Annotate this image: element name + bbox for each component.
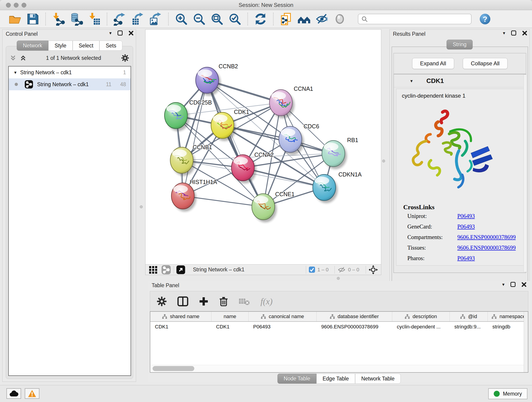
- table-cell[interactable]: P06493: [249, 322, 317, 332]
- fit-crosshair-icon[interactable]: [369, 265, 378, 274]
- add-column-plus-icon[interactable]: [199, 296, 209, 306]
- column-header-name[interactable]: name: [211, 312, 249, 321]
- network-node-HIST1H1A[interactable]: [171, 183, 196, 211]
- column-header-id[interactable]: @id: [450, 312, 488, 321]
- table-cell[interactable]: CDK1: [150, 322, 211, 332]
- tab-sets[interactable]: Sets: [99, 41, 122, 51]
- network-node-CDC25B[interactable]: [165, 102, 190, 131]
- float-panel-button[interactable]: [118, 31, 123, 36]
- export-view-icon[interactable]: [177, 265, 185, 274]
- hide-selected-button[interactable]: [315, 12, 329, 26]
- column-header-namespace[interactable]: namespace: [488, 312, 528, 321]
- collapse-panel-button[interactable]: ▾: [109, 31, 112, 35]
- close-panel-button[interactable]: [521, 282, 526, 287]
- tab-network[interactable]: Network: [17, 41, 48, 51]
- column-header-sharedname[interactable]: shared name: [150, 312, 211, 321]
- network-node-CDKN1A[interactable]: [313, 174, 338, 203]
- hscroll-thumb[interactable]: [152, 366, 194, 371]
- network-node-CDK1[interactable]: [211, 112, 236, 141]
- save-session-button[interactable]: [26, 12, 40, 26]
- gear-icon[interactable]: [121, 54, 129, 62]
- crosslink-link[interactable]: 9606.ENSP00000378699: [457, 234, 516, 240]
- close-panel-button[interactable]: [522, 31, 527, 36]
- results-scrollbar[interactable]: [524, 75, 527, 272]
- duplicate-network-button[interactable]: [279, 12, 293, 26]
- network-edge[interactable]: [207, 80, 263, 207]
- left-splitter-handle[interactable]: [140, 205, 143, 208]
- collapse-all-button[interactable]: Collapse All: [463, 58, 507, 69]
- search-input[interactable]: [370, 16, 471, 22]
- gene-collapse-icon[interactable]: ▾: [410, 79, 413, 83]
- float-panel-button[interactable]: [510, 282, 515, 287]
- open-folder-icon: [8, 12, 22, 26]
- table-settings-gear-icon[interactable]: [157, 296, 167, 307]
- help-button[interactable]: ?: [478, 12, 492, 26]
- zoom-in-button[interactable]: [174, 12, 188, 26]
- zoom-fit-button[interactable]: [210, 12, 224, 26]
- grid-view-icon[interactable]: [149, 265, 158, 274]
- bottom-splitter-handle[interactable]: [337, 277, 340, 280]
- collection-expand-icon[interactable]: ▾: [14, 70, 17, 75]
- delete-trash-icon[interactable]: [219, 296, 228, 307]
- import-network-button[interactable]: [51, 12, 65, 26]
- cloud-status-button[interactable]: [6, 388, 21, 399]
- crosslink-link[interactable]: P06493: [457, 213, 475, 219]
- tab-select[interactable]: Select: [73, 41, 100, 51]
- tab-style[interactable]: Style: [48, 41, 72, 51]
- table-cell[interactable]: stringdb:9...: [450, 322, 488, 332]
- network-collection-row[interactable]: ▾ String Network – cdk1 1: [9, 66, 131, 78]
- show-all-button[interactable]: [333, 12, 347, 26]
- function-builder-button[interactable]: f(x): [260, 296, 273, 306]
- zoom-out-button[interactable]: [192, 12, 206, 26]
- zoom-selected-button[interactable]: [228, 12, 242, 26]
- open-session-button[interactable]: [8, 12, 22, 26]
- table-vscrollbar[interactable]: [524, 312, 528, 372]
- tab-network-table[interactable]: Network Table: [355, 374, 401, 384]
- float-panel-button[interactable]: [511, 31, 516, 36]
- search-field[interactable]: [358, 14, 472, 24]
- right-splitter-handle[interactable]: [382, 160, 385, 162]
- table-cell[interactable]: CDK1: [211, 322, 249, 332]
- column-header-description[interactable]: description: [392, 312, 450, 321]
- selected-checkbox-icon[interactable]: [309, 267, 315, 273]
- collapse-panel-button[interactable]: ▾: [502, 282, 505, 287]
- share-view-icon[interactable]: [162, 265, 171, 274]
- table-cell[interactable]: 9606.ENSP00000378699: [317, 322, 392, 332]
- tab-edge-table[interactable]: Edge Table: [317, 374, 355, 384]
- crosslink-link[interactable]: P06493: [457, 255, 475, 261]
- network-node-CDC6[interactable]: [279, 126, 304, 155]
- network-node-CCNE1[interactable]: [252, 194, 277, 222]
- export-table-button[interactable]: [131, 12, 145, 26]
- network-node-CCNA2[interactable]: [231, 155, 256, 183]
- network-node-RB1[interactable]: [322, 140, 347, 169]
- table-hscrollbar[interactable]: [151, 365, 524, 372]
- crosslink-link[interactable]: 9606.ENSP00000378699: [457, 245, 516, 251]
- column-header-databaseidentifier[interactable]: database identifier: [317, 312, 392, 321]
- network-edge[interactable]: [222, 125, 333, 153]
- import-database-button[interactable]: [69, 12, 83, 26]
- crosslink-link[interactable]: P06493: [457, 223, 475, 230]
- expand-all-icon[interactable]: [20, 55, 26, 61]
- table-cell[interactable]: cyclin-dependent ...: [392, 322, 450, 332]
- network-node-CCNA1[interactable]: [269, 89, 294, 118]
- column-header-canonicalname[interactable]: canonical name: [249, 312, 317, 321]
- show-columns-icon[interactable]: [177, 296, 189, 306]
- expand-all-button[interactable]: Expand All: [412, 58, 454, 69]
- export-network-button[interactable]: [113, 12, 127, 26]
- tab-string[interactable]: String: [447, 40, 473, 50]
- tab-node-table[interactable]: Node Table: [278, 374, 317, 384]
- close-panel-button[interactable]: [128, 31, 133, 36]
- first-neighbors-button[interactable]: [297, 12, 311, 26]
- import-table-button[interactable]: [87, 12, 101, 26]
- network-canvas[interactable]: CCNB2CCNA1CDC25BCDK1CDC6RB1CCNB1CCNA2CDK…: [146, 30, 381, 264]
- collapse-all-icon[interactable]: [10, 55, 16, 61]
- memory-button[interactable]: Memory: [488, 388, 527, 399]
- table-cell[interactable]: stringdb: [488, 322, 528, 332]
- collapse-panel-button[interactable]: ▾: [503, 31, 505, 35]
- network-row-selected[interactable]: String Network – cdk1 11 48: [9, 78, 131, 90]
- export-image-button[interactable]: [148, 12, 163, 26]
- refresh-view-button[interactable]: [253, 12, 268, 26]
- network-node-CCNB2[interactable]: [196, 67, 221, 96]
- table-row[interactable]: CDK1CDK1P064939606.ENSP00000378699cyclin…: [150, 322, 528, 332]
- warnings-button[interactable]: [25, 388, 39, 399]
